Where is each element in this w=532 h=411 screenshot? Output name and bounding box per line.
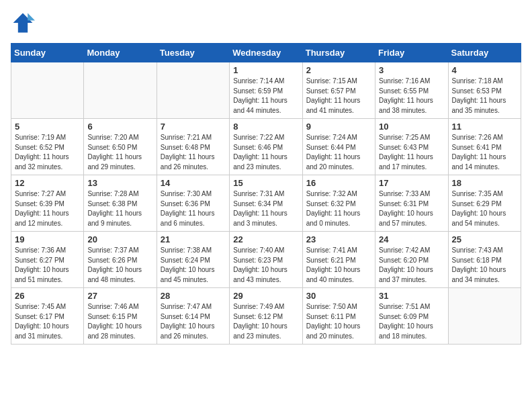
day-info: Sunrise: 7:18 AM Sunset: 6:53 PM Dayligh…: [452, 77, 517, 116]
day-info: Sunrise: 7:49 AM Sunset: 6:12 PM Dayligh…: [233, 302, 298, 341]
calendar-cell: 31Sunrise: 7:51 AM Sunset: 6:09 PM Dayli…: [375, 288, 448, 345]
week-row-4: 19Sunrise: 7:36 AM Sunset: 6:27 PM Dayli…: [11, 232, 521, 288]
day-info: Sunrise: 7:27 AM Sunset: 6:39 PM Dayligh…: [15, 189, 80, 228]
day-info: Sunrise: 7:35 AM Sunset: 6:29 PM Dayligh…: [452, 189, 517, 228]
day-info: Sunrise: 7:47 AM Sunset: 6:14 PM Dayligh…: [161, 302, 226, 341]
day-info: Sunrise: 7:51 AM Sunset: 6:09 PM Dayligh…: [379, 302, 444, 341]
day-info: Sunrise: 7:32 AM Sunset: 6:32 PM Dayligh…: [306, 189, 371, 228]
weekday-header-tuesday: Tuesday: [157, 44, 229, 62]
calendar-cell: 5Sunrise: 7:19 AM Sunset: 6:52 PM Daylig…: [11, 119, 84, 175]
day-number: 1: [233, 65, 298, 75]
day-number: 29: [233, 291, 298, 301]
calendar-cell: 13Sunrise: 7:28 AM Sunset: 6:38 PM Dayli…: [84, 175, 157, 232]
day-number: 26: [15, 291, 80, 301]
day-number: 23: [306, 234, 371, 244]
day-number: 2: [306, 65, 371, 75]
weekday-header-thursday: Thursday: [302, 44, 375, 62]
day-number: 31: [379, 291, 444, 301]
day-number: 13: [87, 178, 152, 188]
calendar-cell: [157, 62, 229, 119]
week-row-3: 12Sunrise: 7:27 AM Sunset: 6:39 PM Dayli…: [11, 175, 521, 232]
weekday-header-friday: Friday: [375, 44, 448, 62]
day-number: 15: [233, 178, 298, 188]
week-row-5: 26Sunrise: 7:45 AM Sunset: 6:17 PM Dayli…: [11, 288, 521, 345]
weekday-header-wednesday: Wednesday: [230, 44, 302, 62]
calendar-cell: 28Sunrise: 7:47 AM Sunset: 6:14 PM Dayli…: [157, 288, 229, 345]
calendar-cell: 8Sunrise: 7:22 AM Sunset: 6:46 PM Daylig…: [230, 119, 302, 175]
day-number: 16: [306, 178, 371, 188]
day-info: Sunrise: 7:31 AM Sunset: 6:34 PM Dayligh…: [233, 189, 298, 228]
day-info: Sunrise: 7:33 AM Sunset: 6:31 PM Dayligh…: [379, 189, 444, 228]
calendar-cell: 29Sunrise: 7:49 AM Sunset: 6:12 PM Dayli…: [230, 288, 302, 345]
day-number: 6: [87, 122, 152, 132]
calendar-cell: 1Sunrise: 7:14 AM Sunset: 6:59 PM Daylig…: [230, 62, 302, 119]
day-number: 22: [233, 234, 298, 244]
day-info: Sunrise: 7:42 AM Sunset: 6:20 PM Dayligh…: [379, 246, 444, 285]
day-info: Sunrise: 7:16 AM Sunset: 6:55 PM Dayligh…: [379, 77, 444, 116]
day-number: 4: [452, 65, 517, 75]
calendar-cell: 30Sunrise: 7:50 AM Sunset: 6:11 PM Dayli…: [302, 288, 375, 345]
day-info: Sunrise: 7:26 AM Sunset: 6:41 PM Dayligh…: [452, 133, 517, 172]
day-info: Sunrise: 7:15 AM Sunset: 6:57 PM Dayligh…: [306, 77, 371, 116]
day-info: Sunrise: 7:46 AM Sunset: 6:15 PM Dayligh…: [87, 302, 152, 341]
calendar-cell: 3Sunrise: 7:16 AM Sunset: 6:55 PM Daylig…: [375, 62, 448, 119]
day-number: 24: [379, 234, 444, 244]
calendar-cell: 27Sunrise: 7:46 AM Sunset: 6:15 PM Dayli…: [84, 288, 157, 345]
day-info: Sunrise: 7:37 AM Sunset: 6:26 PM Dayligh…: [87, 246, 152, 285]
day-number: 8: [233, 122, 298, 132]
calendar-cell: [11, 62, 84, 119]
day-info: Sunrise: 7:36 AM Sunset: 6:27 PM Dayligh…: [15, 246, 80, 285]
calendar-cell: 7Sunrise: 7:21 AM Sunset: 6:48 PM Daylig…: [157, 119, 229, 175]
calendar-cell: 26Sunrise: 7:45 AM Sunset: 6:17 PM Dayli…: [11, 288, 84, 345]
weekday-header-saturday: Saturday: [448, 44, 521, 62]
calendar-cell: 12Sunrise: 7:27 AM Sunset: 6:39 PM Dayli…: [11, 175, 84, 232]
day-info: Sunrise: 7:43 AM Sunset: 6:18 PM Dayligh…: [452, 246, 517, 285]
week-row-1: 1Sunrise: 7:14 AM Sunset: 6:59 PM Daylig…: [11, 62, 521, 119]
calendar-cell: 23Sunrise: 7:41 AM Sunset: 6:21 PM Dayli…: [302, 232, 375, 288]
calendar-cell: 6Sunrise: 7:20 AM Sunset: 6:50 PM Daylig…: [84, 119, 157, 175]
calendar-cell: 10Sunrise: 7:25 AM Sunset: 6:43 PM Dayli…: [375, 119, 448, 175]
day-info: Sunrise: 7:20 AM Sunset: 6:50 PM Dayligh…: [87, 133, 152, 172]
day-info: Sunrise: 7:19 AM Sunset: 6:52 PM Dayligh…: [15, 133, 80, 172]
day-number: 10: [379, 122, 444, 132]
calendar-cell: 19Sunrise: 7:36 AM Sunset: 6:27 PM Dayli…: [11, 232, 84, 288]
calendar-cell: 11Sunrise: 7:26 AM Sunset: 6:41 PM Dayli…: [448, 119, 521, 175]
page-header: [11, 11, 521, 35]
week-row-2: 5Sunrise: 7:19 AM Sunset: 6:52 PM Daylig…: [11, 119, 521, 175]
day-info: Sunrise: 7:50 AM Sunset: 6:11 PM Dayligh…: [306, 302, 371, 341]
day-info: Sunrise: 7:40 AM Sunset: 6:23 PM Dayligh…: [233, 246, 298, 285]
calendar-cell: 16Sunrise: 7:32 AM Sunset: 6:32 PM Dayli…: [302, 175, 375, 232]
calendar-cell: 22Sunrise: 7:40 AM Sunset: 6:23 PM Dayli…: [230, 232, 302, 288]
day-info: Sunrise: 7:22 AM Sunset: 6:46 PM Dayligh…: [233, 133, 298, 172]
calendar-cell: 21Sunrise: 7:38 AM Sunset: 6:24 PM Dayli…: [157, 232, 229, 288]
day-number: 12: [15, 178, 80, 188]
calendar-cell: [84, 62, 157, 119]
weekday-header-monday: Monday: [84, 44, 157, 62]
day-number: 27: [87, 291, 152, 301]
calendar-cell: 24Sunrise: 7:42 AM Sunset: 6:20 PM Dayli…: [375, 232, 448, 288]
logo-icon: [11, 11, 35, 35]
calendar-cell: 20Sunrise: 7:37 AM Sunset: 6:26 PM Dayli…: [84, 232, 157, 288]
calendar-cell: [448, 288, 521, 345]
day-number: 20: [87, 234, 152, 244]
calendar-cell: 18Sunrise: 7:35 AM Sunset: 6:29 PM Dayli…: [448, 175, 521, 232]
calendar-cell: 4Sunrise: 7:18 AM Sunset: 6:53 PM Daylig…: [448, 62, 521, 119]
day-number: 5: [15, 122, 80, 132]
day-number: 7: [161, 122, 226, 132]
day-number: 3: [379, 65, 444, 75]
day-number: 18: [452, 178, 517, 188]
weekday-header-sunday: Sunday: [11, 44, 84, 62]
calendar-cell: 2Sunrise: 7:15 AM Sunset: 6:57 PM Daylig…: [302, 62, 375, 119]
day-info: Sunrise: 7:25 AM Sunset: 6:43 PM Dayligh…: [379, 133, 444, 172]
day-number: 17: [379, 178, 444, 188]
day-info: Sunrise: 7:45 AM Sunset: 6:17 PM Dayligh…: [15, 302, 80, 341]
day-number: 9: [306, 122, 371, 132]
day-number: 14: [161, 178, 226, 188]
svg-marker-1: [28, 13, 35, 21]
day-info: Sunrise: 7:38 AM Sunset: 6:24 PM Dayligh…: [161, 246, 226, 285]
day-number: 19: [15, 234, 80, 244]
day-info: Sunrise: 7:24 AM Sunset: 6:44 PM Dayligh…: [306, 133, 371, 172]
day-info: Sunrise: 7:30 AM Sunset: 6:36 PM Dayligh…: [161, 189, 226, 228]
day-number: 25: [452, 234, 517, 244]
day-number: 21: [161, 234, 226, 244]
